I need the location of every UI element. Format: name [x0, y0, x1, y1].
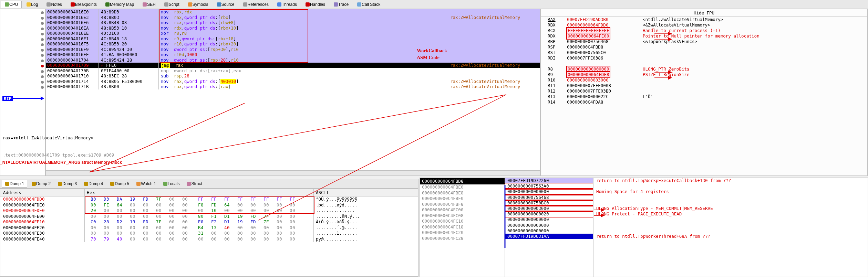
register-row[interactable]: RBX000000000064FDD0<&ZwAllocateVirtualMe… — [541, 22, 867, 28]
dump-tab-locals[interactable]: Locals — [160, 180, 183, 187]
stack-value-row[interactable]: 00007FFD19D72260 — [505, 178, 593, 183]
breakpoint-toggle[interactable] — [41, 54, 44, 57]
stack-value-row[interactable]: 0000000000000000 — [505, 228, 593, 234]
dump-tab-dump-5[interactable]: Dump 5 — [107, 180, 132, 187]
breakpoint-toggle[interactable] — [41, 22, 44, 25]
register-row[interactable]: R120000000007FFE03B0 — [541, 88, 867, 94]
breakpoint-toggle[interactable] — [41, 38, 44, 41]
stack-value-row[interactable]: 00000000007563A0 — [505, 183, 593, 189]
dump-header-hex[interactable]: Hex — [85, 189, 314, 196]
tab-references[interactable]: References — [239, 1, 272, 8]
registers-panel[interactable]: Hide FPU RAX00007FFD19DAD3B0<ntdll.ZwAll… — [540, 9, 868, 176]
stack-address-row[interactable]: 0000000000C4FC00 — [420, 207, 505, 213]
disassembly-view[interactable]: 00000000004016E048:89D3mov rbx,rdx000000… — [45, 9, 540, 176]
disasm-row[interactable]: 000000000040171B48:8B00mov rax,qword ptr… — [46, 84, 540, 89]
register-row[interactable]: R13000000000000022CL'Ȭ' — [541, 94, 867, 99]
dump-tab-dump-4[interactable]: Dump 4 — [81, 180, 106, 187]
register-row[interactable]: R110000000007FFE0008 — [541, 83, 867, 88]
registers-hide-fpu[interactable]: Hide FPU — [541, 9, 867, 17]
stack-address-row[interactable]: 0000000000C4FC28 — [420, 236, 505, 242]
dump-row[interactable]: 000000000064FDF02000000000000000 0010000… — [0, 208, 418, 214]
disasm-row[interactable]: 00000000004016E048:89D3mov rbx,rdx — [46, 9, 540, 15]
dump-tab-dump-1[interactable]: Dump 1 — [2, 180, 27, 188]
disasm-row[interactable]: 000000000040171048:83EC 28sub rsp,28 — [46, 73, 540, 79]
breakpoint-toggle[interactable] — [41, 81, 44, 84]
dump-tab-dump-2[interactable]: Dump 2 — [29, 180, 53, 187]
dump-row[interactable]: 000000000064FE000000000000000000 80F1D11… — [0, 214, 418, 220]
breakpoint-toggle[interactable] — [41, 11, 44, 14]
disasm-row[interactable]: 000000000040170B0F1F4400 00nop dword ptr… — [46, 68, 540, 74]
tab-notes[interactable]: Notes — [42, 1, 65, 8]
horizontal-scrollbar[interactable] — [46, 170, 540, 175]
tab-threads[interactable]: Threads — [273, 1, 301, 8]
tab-memory-map[interactable]: Memory Map — [101, 1, 138, 8]
disasm-row[interactable]: 00000000004016E648:8B4B 08mov rcx,qword … — [46, 20, 540, 25]
tab-seh[interactable]: SEH — [138, 1, 159, 8]
disasm-row[interactable]: 00000000004016F54C:8B53 20mov r10,qword … — [46, 41, 540, 47]
breakpoint-toggle[interactable] — [41, 65, 44, 67]
breakpoint-toggle[interactable] — [41, 43, 44, 46]
stack-address-row[interactable]: 0000000000C4FBF8 — [420, 202, 505, 207]
disasm-row[interactable]: 00000000004016F94C:895424 30mov qword pt… — [46, 47, 540, 52]
stack-address-row[interactable]: 0000000000C4FC10 — [420, 219, 505, 224]
tab-cpu[interactable]: CPU — [1, 1, 22, 8]
register-row[interactable]: RSI0000000007565C0 — [541, 50, 867, 55]
disasm-row[interactable]: 0000000000401709✓ FFE0jmp raxrax:ZwAlloc… — [46, 63, 540, 68]
stack-comments[interactable]: return to ntdll.TppWorkpExecuteCallback+… — [593, 178, 868, 277]
dump-tab-watch-1[interactable]: Watch 1 — [133, 180, 159, 187]
stack-value-row[interactable]: 0000000000000000 — [505, 223, 593, 228]
stack-value-row[interactable]: 0000000000000000 — [505, 189, 593, 194]
disasm-row[interactable]: 00000000004016EA48:8B53 10mov rdx,qword … — [46, 25, 540, 31]
disasm-row[interactable]: 000000000040171448:8B05 F5180000mov rax,… — [46, 79, 540, 84]
stack-value-row[interactable]: 00007FFD19D631AA — [505, 234, 593, 239]
stack-value-row[interactable]: 0000000000000020 — [505, 211, 593, 217]
tab-call-stack[interactable]: Call Stack — [353, 1, 384, 8]
register-row[interactable] — [541, 61, 867, 66]
stack-address-row[interactable]: 0000000000C4FBE0 — [420, 184, 505, 190]
tab-breakpoints[interactable]: Breakpoints — [66, 1, 101, 8]
stack-value-row[interactable]: 0000000000756468 — [505, 195, 593, 200]
dump-header-ascii[interactable]: ASCII — [314, 189, 418, 196]
breakpoint-toggle[interactable] — [41, 28, 44, 30]
dump-tab-dump-3[interactable]: Dump 3 — [55, 180, 80, 187]
dump-row[interactable]: 000000000064FDE000FE640000000000 F8FD640… — [0, 202, 418, 208]
tab-trace[interactable]: Trace — [330, 1, 352, 8]
stack-addresses[interactable]: 0000000000C4FBD8 0000000000C4FBE00000000… — [420, 178, 505, 277]
dump-row[interactable]: 000000000064FE300000000000000000 3100000… — [0, 231, 418, 236]
breakpoint-toggle[interactable] — [41, 17, 44, 20]
tab-source[interactable]: Source — [213, 1, 238, 8]
breakpoint-toggle[interactable] — [41, 49, 44, 52]
register-row[interactable]: R100000000000003000 — [541, 77, 867, 83]
breakpoint-toggle[interactable] — [41, 33, 44, 35]
breakpoint-toggle[interactable] — [41, 60, 44, 62]
register-row[interactable]: R80000000000000000ULONG_PTR ZeroBits — [541, 66, 867, 72]
breakpoint-gutter[interactable]: RIP — [0, 9, 45, 176]
disasm-row[interactable]: 00000000004016E348:8B03mov rax,qword ptr… — [46, 15, 540, 20]
stack-value-row[interactable]: 0000000000000000 — [505, 217, 593, 222]
stack-values[interactable]: 00007FFD19D7226000000000007563A000000000… — [505, 178, 593, 277]
breakpoint-toggle[interactable] — [41, 70, 44, 73]
dump-header-address[interactable]: Address — [0, 189, 85, 196]
register-row[interactable]: R9000000000064FDF8PSIZE_T RegionSize — [541, 72, 867, 77]
tab-symbols[interactable]: Symbols — [184, 1, 212, 8]
register-row[interactable]: RDI0000007FFE0386 — [541, 55, 867, 61]
stack-value-row[interactable]: 0000000000750BC0 — [505, 200, 593, 206]
dump-row[interactable]: 000000000064FE407079400000000000 0000000… — [0, 236, 418, 242]
tab-log[interactable]: Log — [22, 1, 42, 8]
dump-row[interactable]: 000000000064FDD0B0D3DA19FD7F0000 FFFFFFF… — [0, 196, 418, 202]
stack-address-row[interactable]: 0000000000C4FBE8 — [420, 190, 505, 196]
disasm-row[interactable]: 00000000004016EE4D:31C0xor r8,r8 — [46, 31, 540, 36]
breakpoint-toggle[interactable] — [41, 75, 44, 78]
stack-value-row[interactable]: 0000000000003000 — [505, 206, 593, 211]
dump-row[interactable]: 000000000064FE10C028D219FD7F0000 E0F2D11… — [0, 219, 418, 225]
register-row[interactable]: RDX000000000064FE00Pointer to Null point… — [541, 33, 867, 39]
stack-address-row[interactable]: 0000000000C4FBF0 — [420, 196, 505, 202]
breakpoint-toggle[interactable] — [41, 86, 44, 89]
tab-script[interactable]: Script — [160, 1, 183, 8]
register-row[interactable]: RBP0000000000756468<&TppWorkpTaskVFuncs> — [541, 39, 867, 44]
dump-view[interactable]: Address Hex ASCII 000000000064FDD0B0D3DA… — [0, 189, 418, 277]
register-row[interactable]: R1400000000C4FDA8 — [541, 99, 867, 105]
stack-address-row[interactable]: 0000000000C4FC08 — [420, 213, 505, 219]
register-row[interactable]: RAX00007FFD19DAD3B0<ntdll.ZwAllocateVirt… — [541, 17, 867, 22]
stack-address-row[interactable]: 0000000000C4FC20 — [420, 230, 505, 236]
